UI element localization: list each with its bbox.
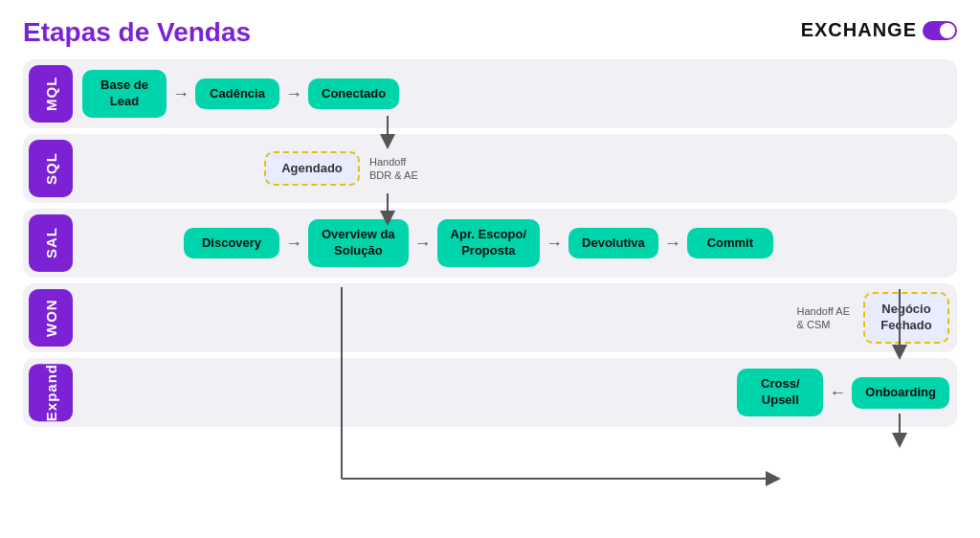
lane-content-won: Handoff AE& CSM NegócioFechado bbox=[82, 286, 957, 349]
stage-agendado: Agendado bbox=[264, 151, 360, 187]
stage-cadencia: Cadência bbox=[195, 78, 279, 110]
lane-content-sql: Agendado HandoffBDR & AE bbox=[82, 146, 957, 192]
stage-devolutiva: Devolutiva bbox=[568, 228, 658, 259]
stage-overview: Overview daSolução bbox=[308, 219, 409, 267]
arrow-1: → bbox=[172, 85, 189, 102]
logo-text: EXCHANGE bbox=[801, 19, 917, 41]
logo: EXCHANGE bbox=[801, 19, 957, 41]
lane-label-mql: MQL bbox=[29, 65, 73, 123]
page-title: Etapas de Vendas bbox=[23, 17, 251, 48]
lane-label-sal: SAL bbox=[29, 214, 73, 272]
page: Etapas de Vendas EXCHANGE MQL Base deLea… bbox=[0, 0, 980, 538]
stage-conectado: Conectado bbox=[308, 78, 399, 110]
arrow-sal-2: → bbox=[414, 235, 432, 252]
stage-escopo: Apr. Escopo/Proposta bbox=[437, 219, 540, 267]
arrow-sal-3: → bbox=[546, 235, 563, 252]
lane-sal: SAL Discovery → Overview daSolução → Apr… bbox=[23, 209, 957, 278]
header: Etapas de Vendas EXCHANGE bbox=[23, 17, 957, 48]
arrow-2: → bbox=[285, 85, 302, 102]
lane-content-mql: Base deLead → Cadência → Conectado bbox=[82, 64, 957, 123]
lane-label-won: WON bbox=[29, 289, 73, 347]
lane-content-expand: Cross/Upsell ← Onboarding bbox=[82, 363, 957, 422]
lane-label-expand: Expand bbox=[29, 364, 73, 421]
lane-content-sal: Discovery → Overview daSolução → Apr. Es… bbox=[82, 213, 957, 273]
lane-expand: Expand Cross/Upsell ← Onboarding bbox=[23, 358, 957, 427]
arrow-sal-1: → bbox=[285, 235, 302, 252]
stage-commit: Commit bbox=[687, 228, 773, 259]
stage-cross-upsell: Cross/Upsell bbox=[737, 369, 823, 416]
handoff-ae-csm: Handoff AE& CSM bbox=[797, 304, 850, 332]
lane-label-sql: SQL bbox=[29, 140, 73, 197]
logo-toggle bbox=[923, 21, 957, 40]
lane-mql: MQL Base deLead → Cadência → Conectado bbox=[23, 59, 957, 128]
stage-negocio-fechado: NegócioFechado bbox=[863, 292, 949, 344]
logo-highlight: GE bbox=[887, 19, 917, 40]
stage-onboarding: Onboarding bbox=[852, 377, 949, 409]
arrow-sal-4: → bbox=[664, 235, 681, 252]
stage-discovery: Discovery bbox=[184, 228, 279, 259]
handoff-bdr-ae: HandoffBDR & AE bbox=[369, 155, 418, 183]
arrow-expand-rev: ← bbox=[829, 384, 846, 401]
lane-won: WON Handoff AE& CSM NegócioFechado bbox=[23, 283, 957, 352]
lanes-container: MQL Base deLead → Cadência → Conectado S… bbox=[23, 59, 957, 427]
stage-base-lead: Base deLead bbox=[82, 70, 167, 118]
logo-toggle-circle bbox=[940, 23, 955, 38]
lane-sql: SQL Agendado HandoffBDR & AE bbox=[23, 134, 957, 203]
